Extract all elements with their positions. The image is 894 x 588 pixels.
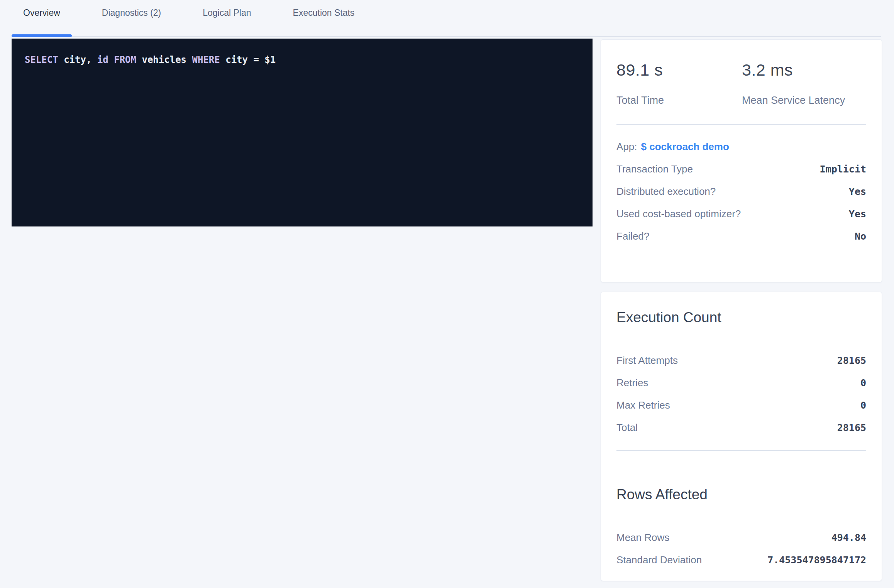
mean-rows-value: 494.84 bbox=[831, 532, 866, 543]
mean-service-latency-value: 3.2 ms bbox=[742, 61, 845, 79]
standard-deviation-label: Standard Deviation bbox=[616, 554, 702, 566]
first-attempts-label: First Attempts bbox=[616, 355, 678, 367]
retries-row: Retries 0 bbox=[616, 372, 866, 394]
tab-overview-label: Overview bbox=[23, 8, 60, 18]
mean-rows-label: Mean Rows bbox=[616, 532, 669, 544]
cost-based-optimizer-label: Used cost-based optimizer? bbox=[616, 208, 741, 220]
sql-keyword: WHERE bbox=[192, 54, 226, 65]
failed-value: No bbox=[855, 231, 866, 242]
mean-rows-row: Mean Rows 494.84 bbox=[616, 526, 866, 549]
rows-affected-title: Rows Affected bbox=[616, 486, 866, 503]
statement-details-page: { "tabs": [ { "label": "Overview", "acti… bbox=[0, 0, 894, 588]
tab-logical-plan-label: Logical Plan bbox=[203, 8, 251, 18]
tab-logical-plan[interactable]: Logical Plan bbox=[191, 0, 262, 36]
total-time-value: 89.1 s bbox=[616, 61, 742, 79]
mean-service-latency-label: Mean Service Latency bbox=[742, 95, 845, 106]
tab-execution-stats-label: Execution Stats bbox=[293, 8, 355, 18]
total-time-label: Total Time bbox=[616, 95, 742, 106]
execution-count-title: Execution Count bbox=[616, 309, 866, 326]
sql-keyword: id bbox=[97, 54, 114, 65]
cost-based-optimizer-row: Used cost-based optimizer? Yes bbox=[616, 203, 866, 225]
sql-keyword: SELECT bbox=[25, 54, 64, 65]
app-link[interactable]: $ cockroach demo bbox=[641, 141, 729, 152]
total-row: Total 28165 bbox=[616, 416, 866, 439]
app-row: App:$ cockroach demo bbox=[616, 135, 866, 158]
transaction-type-row: Transaction Type Implicit bbox=[616, 158, 866, 180]
execution-details-card: Execution Count First Attempts 28165 Ret… bbox=[601, 292, 882, 581]
sql-statement-text: SELECT city, id FROM vehicles WHERE city… bbox=[25, 54, 276, 65]
rows-affected-rows: Mean Rows 494.84 Standard Deviation 7.45… bbox=[616, 526, 866, 571]
distributed-execution-row: Distributed execution? Yes bbox=[616, 180, 866, 203]
tab-diagnostics-label: Diagnostics (2) bbox=[102, 8, 161, 18]
failed-row: Failed? No bbox=[616, 225, 866, 247]
tab-bar: Overview Diagnostics (2) Logical Plan Ex… bbox=[12, 0, 881, 37]
transaction-type-value: Implicit bbox=[820, 164, 866, 175]
standard-deviation-value: 7.453547895847172 bbox=[767, 554, 866, 566]
summary-stats: 89.1 s Total Time 3.2 ms Mean Service La… bbox=[616, 61, 866, 106]
tab-overview[interactable]: Overview bbox=[12, 0, 72, 36]
distributed-execution-label: Distributed execution? bbox=[616, 186, 716, 198]
execution-count-rows: First Attempts 28165 Retries 0 Max Retri… bbox=[616, 349, 866, 439]
max-retries-row: Max Retries 0 bbox=[616, 394, 866, 416]
sql-identifier: city, bbox=[64, 54, 97, 65]
sql-identifier: vehicles bbox=[142, 54, 192, 65]
summary-detail-rows: App:$ cockroach demo Transaction Type Im… bbox=[616, 135, 866, 247]
tab-diagnostics[interactable]: Diagnostics (2) bbox=[90, 0, 173, 36]
retries-value: 0 bbox=[860, 377, 866, 389]
failed-label: Failed? bbox=[616, 230, 649, 242]
distributed-execution-value: Yes bbox=[849, 186, 866, 197]
tab-execution-stats[interactable]: Execution Stats bbox=[281, 0, 366, 36]
details-divider bbox=[616, 450, 866, 451]
transaction-type-label: Transaction Type bbox=[616, 163, 693, 175]
total-label: Total bbox=[616, 422, 638, 434]
first-attempts-row: First Attempts 28165 bbox=[616, 349, 866, 372]
total-value: 28165 bbox=[837, 422, 866, 433]
first-attempts-value: 28165 bbox=[837, 355, 866, 366]
standard-deviation-row: Standard Deviation 7.453547895847172 bbox=[616, 549, 866, 571]
summary-card: 89.1 s Total Time 3.2 ms Mean Service La… bbox=[601, 39, 882, 282]
retries-label: Retries bbox=[616, 377, 648, 389]
stat-total-time: 89.1 s Total Time bbox=[616, 61, 742, 106]
sql-identifier: city = $1 bbox=[225, 54, 276, 65]
cost-based-optimizer-value: Yes bbox=[849, 208, 866, 220]
sql-keyword: FROM bbox=[114, 54, 142, 65]
sql-statement-box: SELECT city, id FROM vehicles WHERE city… bbox=[12, 39, 593, 226]
summary-divider bbox=[616, 124, 866, 125]
stat-mean-service-latency: 3.2 ms Mean Service Latency bbox=[742, 61, 845, 106]
max-retries-value: 0 bbox=[860, 400, 866, 411]
app-label: App: bbox=[616, 141, 637, 152]
max-retries-label: Max Retries bbox=[616, 399, 670, 411]
